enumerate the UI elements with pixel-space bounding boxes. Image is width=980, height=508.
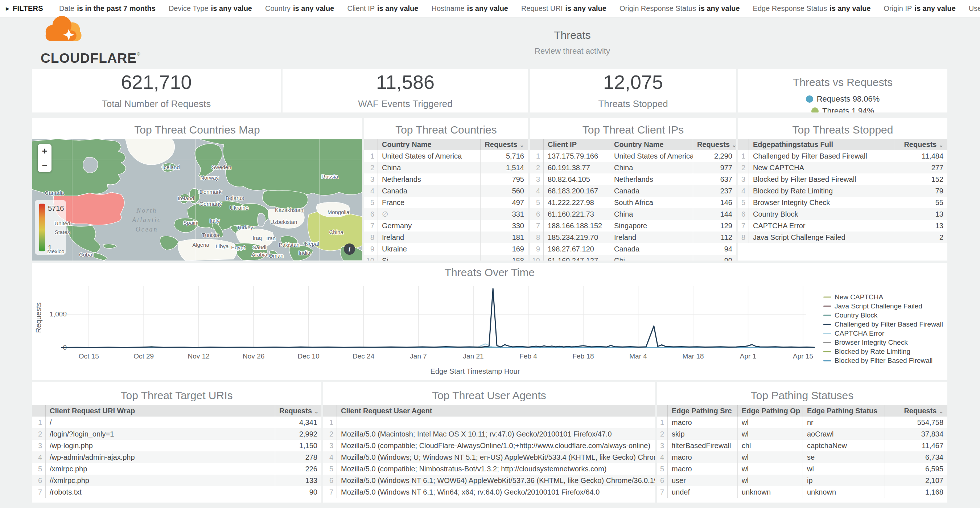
- table-row[interactable]: 6//xmlrpc.php133: [32, 475, 321, 486]
- column-header-requests[interactable]: Requests⌄: [275, 405, 321, 417]
- column-header-edge-pathing-src[interactable]: Edge Pathing Src: [668, 405, 737, 417]
- filter-item-edge-response-status[interactable]: Edge Response Statusis any value: [753, 4, 871, 13]
- table-row[interactable]: 4Canada560: [364, 185, 528, 197]
- filter-item-origin-response-status[interactable]: Origin Response Statusis any value: [619, 4, 740, 13]
- filter-item-request-uri[interactable]: Request URIis any value: [521, 4, 606, 13]
- table-row[interactable]: 2China1,514: [364, 162, 528, 174]
- country-label-uzbekistan: Uzbekistan: [270, 219, 297, 225]
- threats-over-time-chart[interactable]: [32, 263, 947, 380]
- table-row[interactable]: 468.183.200.167Canada237: [530, 185, 736, 197]
- filter-item-country[interactable]: Countryis any value: [265, 4, 334, 13]
- table-row[interactable]: 2/login/?login_only=12,992: [32, 428, 321, 440]
- table-row[interactable]: 6userwlip2,107: [657, 475, 947, 486]
- table-cell: 277: [894, 162, 947, 174]
- column-header-requests[interactable]: Requests⌄: [480, 139, 528, 150]
- table-cell: 61.160.247.127: [544, 255, 610, 261]
- table-row[interactable]: 1: [323, 417, 655, 428]
- table-row[interactable]: 8185.234.219.70Ireland112: [530, 231, 736, 243]
- table-row[interactable]: 2New CAPTCHA277: [738, 162, 947, 174]
- table-row[interactable]: 6Country Block13: [738, 208, 947, 220]
- table-row[interactable]: 6∅331: [364, 208, 528, 220]
- table-row[interactable]: 8Ireland181: [364, 231, 528, 243]
- x-tick: Mar 18: [670, 352, 717, 360]
- table-cell: Netherlands: [378, 174, 480, 185]
- top-pathing-statuses-table: Edge Pathing SrcEdge Pathing OpEdge Path…: [657, 405, 947, 498]
- column-header-edge-pathing-status[interactable]: Edge Pathing Status: [803, 405, 885, 417]
- table-row[interactable]: 541.222.227.98South Africa146: [530, 197, 736, 208]
- column-header-client-request-user-agent[interactable]: Client Request User Agent: [337, 405, 655, 417]
- table-row[interactable]: 1macrowlnr554,758: [657, 417, 947, 428]
- table-cell: 146: [693, 197, 736, 208]
- kpi-label: WAF Events Triggered: [358, 98, 453, 110]
- table-row[interactable]: 2skipwlaoCrawl37,834: [657, 428, 947, 440]
- table-cell: filterBasedFirewall: [668, 440, 737, 451]
- table-row[interactable]: 9Ukraine169: [364, 243, 528, 255]
- table-cell: 331: [480, 208, 528, 220]
- table-cell: nr: [803, 417, 885, 428]
- world-map: 5716 1 NorthAtlanticOceanCanadaUnitedSta…: [32, 139, 362, 261]
- filter-item-device-type[interactable]: Device Typeis any value: [169, 4, 252, 13]
- table-row[interactable]: 7CAPTCHA Error13: [738, 220, 947, 231]
- table-row[interactable]: 5France497: [364, 197, 528, 208]
- table-row[interactable]: 3/wp-login.php1,150: [32, 440, 321, 451]
- filter-item-date[interactable]: Dateis in the past 7 months: [59, 4, 156, 13]
- column-header-edgepathingstatus-full[interactable]: Edgepathingstatus Full: [749, 139, 894, 150]
- table-row[interactable]: 5Mozilla/5.0 (compatible; Nimbostratus-B…: [323, 463, 655, 475]
- map-info-button[interactable]: i: [344, 244, 355, 255]
- column-header-requests[interactable]: Requests⌄: [885, 405, 947, 417]
- filter-item-client-ip[interactable]: Client IPis any value: [347, 4, 418, 13]
- table-row[interactable]: 1137.175.79.166United States of America2…: [530, 150, 736, 162]
- zoom-in-button[interactable]: +: [38, 144, 51, 158]
- tvr-legend-item: Requests 98.06%: [806, 94, 880, 104]
- table-row[interactable]: 8Java Script Challenge Failed2: [738, 231, 947, 243]
- table-row[interactable]: 3Mozilla/5.0 (compatible; CloudFlare-Alw…: [323, 440, 655, 451]
- country-label-italy: Italy: [210, 218, 220, 224]
- column-header-requests[interactable]: Requests⌄: [693, 139, 736, 150]
- table-row[interactable]: 7188.166.188.152Singapore129: [530, 220, 736, 231]
- table-row[interactable]: 2Mozilla/5.0 (Macintosh; Intel Mac OS X …: [323, 428, 655, 440]
- table-row[interactable]: 9198.27.67.120Canada94: [530, 243, 736, 255]
- column-header-client-ip[interactable]: Client IP: [544, 139, 610, 150]
- table-row[interactable]: 7Germany330: [364, 220, 528, 231]
- table-row[interactable]: 3Netherlands795: [364, 174, 528, 185]
- table-row[interactable]: 7/robots.txt90: [32, 486, 321, 498]
- table-row[interactable]: 7undefunknownunknown1,168: [657, 486, 947, 498]
- table-row[interactable]: 7Mozilla/5.0 (Windows NT 6.1; Win64; x64…: [323, 486, 655, 498]
- chart-legend-item-new-captcha: New CAPTCHA: [823, 293, 943, 301]
- table-row[interactable]: 10Si158: [364, 255, 528, 261]
- table-row[interactable]: 5Browser Integrity Check55: [738, 197, 947, 208]
- column-header-edge-pathing-op[interactable]: Edge Pathing Op: [737, 405, 803, 417]
- table-row[interactable]: 1061.160.247.127Chi90: [530, 255, 736, 261]
- zoom-out-button[interactable]: −: [38, 158, 51, 172]
- threat-countries-map[interactable]: 5716 1 NorthAtlanticOceanCanadaUnitedSta…: [32, 139, 362, 261]
- column-header-country-name[interactable]: Country Name: [610, 139, 693, 150]
- table-cell: aoCrawl: [803, 428, 885, 440]
- table-row[interactable]: 1Challenged by Filter Based Firewall11,4…: [738, 150, 947, 162]
- table-row[interactable]: 260.191.38.77China977: [530, 162, 736, 174]
- country-label-canada: Canada: [45, 190, 64, 196]
- filter-item-user-agent[interactable]: User Agentis any value: [969, 4, 980, 13]
- filters-toggle[interactable]: ▶ FILTERS: [6, 4, 43, 13]
- column-header-client-request-uri-wrap[interactable]: Client Request URI Wrap: [46, 405, 275, 417]
- filter-item-hostname[interactable]: Hostnameis any value: [431, 4, 508, 13]
- table-row[interactable]: 3Blocked by Filter Based Firewall152: [738, 174, 947, 185]
- table-cell: Si: [378, 255, 480, 261]
- chart-legend-item-browser-integrity-check: Browser Integrity Check: [823, 338, 943, 347]
- column-header-country-name[interactable]: Country Name: [378, 139, 480, 150]
- table-row[interactable]: 4Mozilla/5.0 (Windows; U; Windows NT 5.1…: [323, 451, 655, 463]
- table-row[interactable]: 4macrowlse6,734: [657, 451, 947, 463]
- table-row[interactable]: 1/4,341: [32, 417, 321, 428]
- filter-item-origin-ip[interactable]: Origin IPis any value: [884, 4, 956, 13]
- table-row[interactable]: 3filterBasedFirewallchlcaptchaNew11,467: [657, 440, 947, 451]
- chart-legend: New CAPTCHAJava Script Challenge FailedC…: [823, 293, 943, 365]
- table-row[interactable]: 5/xmlrpc.php226: [32, 463, 321, 475]
- table-row[interactable]: 661.160.221.73China144: [530, 208, 736, 220]
- table-cell: Blocked by Filter Based Firewall: [749, 174, 894, 185]
- table-row[interactable]: 4/wp-admin/admin-ajax.php278: [32, 451, 321, 463]
- column-header-requests[interactable]: Requests⌄: [894, 139, 947, 150]
- table-row[interactable]: 380.82.64.105Netherlands637: [530, 174, 736, 185]
- table-row[interactable]: 6Mozilla/5.0 (Windows NT 6.1; WOW64) App…: [323, 475, 655, 486]
- table-row[interactable]: 5macrowlwl6,595: [657, 463, 947, 475]
- table-row[interactable]: 1United States of America5,716: [364, 150, 528, 162]
- table-row[interactable]: 4Blocked by Rate Limiting79: [738, 185, 947, 197]
